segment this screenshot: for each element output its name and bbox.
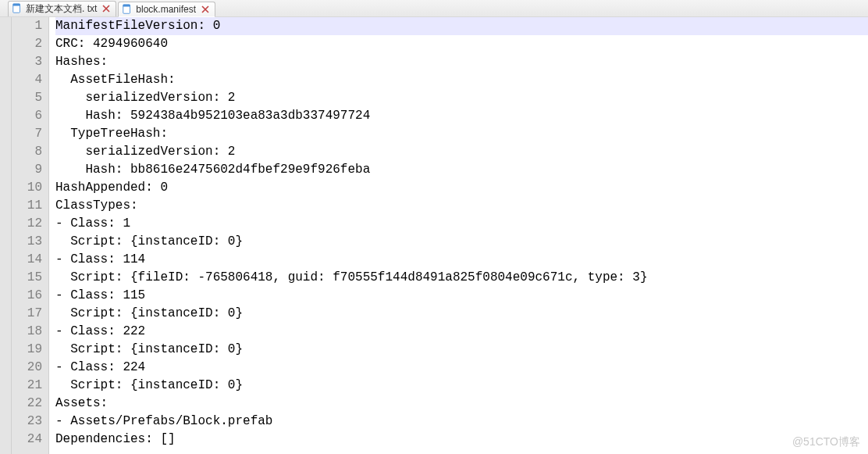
code-line[interactable]: Hash: bb8616e2475602d4fbef29e9f926feba [55, 161, 868, 179]
line-number: 23 [12, 413, 42, 431]
line-number: 5 [12, 89, 42, 107]
code-line[interactable]: Script: {instanceID: 0} [55, 341, 868, 359]
code-line[interactable]: Hashes: [55, 53, 868, 71]
editor: 123456789101112131415161718192021222324 … [0, 17, 868, 454]
line-number: 2 [12, 35, 42, 53]
line-number: 19 [12, 341, 42, 359]
line-number: 17 [12, 305, 42, 323]
line-number: 4 [12, 71, 42, 89]
code-line[interactable]: Script: {instanceID: 0} [55, 305, 868, 323]
code-line[interactable]: Script: {instanceID: 0} [55, 233, 868, 251]
line-number: 12 [12, 215, 42, 233]
file-icon [122, 4, 133, 15]
line-number: 15 [12, 269, 42, 287]
line-number: 1 [12, 17, 42, 35]
code-line[interactable]: Script: {instanceID: 0} [55, 377, 868, 395]
code-line[interactable]: AssetFileHash: [55, 71, 868, 89]
file-icon [12, 3, 23, 14]
line-number: 14 [12, 251, 42, 269]
code-line[interactable]: - Class: 115 [55, 287, 868, 305]
code-line[interactable]: Hash: 592438a4b952103ea83a3db337497724 [55, 107, 868, 125]
svg-rect-1 [13, 4, 20, 6]
line-number-gutter: 123456789101112131415161718192021222324 [12, 17, 49, 454]
svg-rect-3 [123, 4, 130, 6]
tab-label: 新建文本文档. txt [26, 2, 97, 16]
close-icon[interactable] [201, 5, 210, 14]
code-line[interactable]: - Class: 1 [55, 215, 868, 233]
line-number: 13 [12, 233, 42, 251]
tab-label: block.manifest [136, 4, 196, 15]
code-line[interactable]: Script: {fileID: -765806418, guid: f7055… [55, 269, 868, 287]
code-line[interactable]: ManifestFileVersion: 0 [55, 17, 868, 35]
code-line[interactable]: serializedVersion: 2 [55, 89, 868, 107]
tab-file-2[interactable]: block.manifest [118, 2, 215, 17]
line-number: 9 [12, 161, 42, 179]
fold-margin[interactable] [0, 17, 12, 454]
code-line[interactable]: - Class: 114 [55, 251, 868, 269]
code-line[interactable]: Assets: [55, 395, 868, 413]
code-line[interactable]: CRC: 4294960640 [55, 35, 868, 53]
tab-bar: 新建文本文档. txt block.manifest [0, 0, 868, 17]
line-number: 7 [12, 125, 42, 143]
code-line[interactable]: - Class: 224 [55, 359, 868, 377]
line-number: 3 [12, 53, 42, 71]
line-number: 11 [12, 197, 42, 215]
line-number: 20 [12, 359, 42, 377]
code-line[interactable]: serializedVersion: 2 [55, 143, 868, 161]
line-number: 10 [12, 179, 42, 197]
code-line[interactable]: - Assets/Prefabs/Block.prefab [55, 413, 868, 431]
code-line[interactable]: ClassTypes: [55, 197, 868, 215]
code-line[interactable]: HashAppended: 0 [55, 179, 868, 197]
close-icon[interactable] [101, 4, 111, 13]
code-line[interactable]: - Class: 222 [55, 323, 868, 341]
line-number: 18 [12, 323, 42, 341]
code-line[interactable]: Dependencies: [] [55, 431, 868, 449]
code-line[interactable]: TypeTreeHash: [55, 125, 868, 143]
line-number: 22 [12, 395, 42, 413]
tab-file-1[interactable]: 新建文本文档. txt [8, 1, 116, 16]
line-number: 8 [12, 143, 42, 161]
line-number: 6 [12, 107, 42, 125]
code-area[interactable]: ManifestFileVersion: 0CRC: 4294960640Has… [49, 17, 868, 454]
line-number: 16 [12, 287, 42, 305]
line-number: 21 [12, 377, 42, 395]
line-number: 24 [12, 431, 42, 449]
